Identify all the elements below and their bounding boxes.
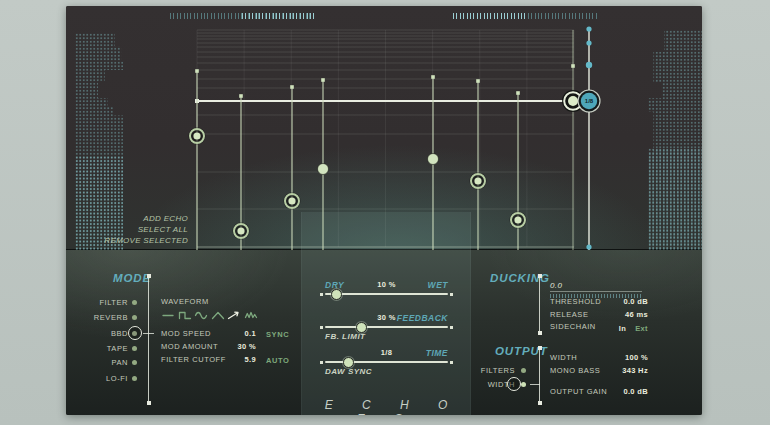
output-dot-icon <box>521 382 526 387</box>
mode-item-lofi[interactable]: LO-FI <box>72 372 150 384</box>
mono-bass-row[interactable]: MONO BASS 343 Hz <box>550 366 648 376</box>
waveform-label: WAVEFORM <box>161 297 209 306</box>
select-all-button[interactable]: SELECT ALL <box>84 224 188 235</box>
waveform-ramp-icon[interactable] <box>227 308 241 321</box>
add-echo-button[interactable]: ADD ECHO <box>84 213 188 224</box>
dry-wet-labels: DRY 10 % WET <box>325 280 448 290</box>
ducking-meter-value: 0.0 <box>550 281 562 290</box>
mode-dot-icon <box>132 300 137 305</box>
waveform-random-icon[interactable] <box>244 308 258 321</box>
mode-item-label: PAN <box>72 358 128 367</box>
width-value[interactable]: 100 % <box>625 353 648 363</box>
timeline-dot[interactable] <box>586 244 591 249</box>
mono-bass-value[interactable]: 343 Hz <box>622 366 648 376</box>
waveform-flat-icon[interactable] <box>161 308 175 321</box>
sidechain-row: SIDECHAIN In Ext <box>550 322 648 332</box>
filter-cutoff-row[interactable]: FILTER CUTOFF 5.9 <box>161 355 256 365</box>
mode-item-label: BBD <box>72 329 128 338</box>
daw-sync-label[interactable]: DAW SYNC <box>325 367 372 376</box>
echo-top-dot[interactable] <box>516 91 520 95</box>
timeline-dot[interactable] <box>586 26 591 31</box>
echo-handle-center[interactable] <box>193 132 200 139</box>
mode-item-label: LO-FI <box>72 374 128 383</box>
mod-speed-sync-tag[interactable]: SYNC <box>266 330 289 339</box>
mod-amount-row[interactable]: MOD AMOUNT 30 % <box>161 342 256 352</box>
echo-handle-center[interactable] <box>514 216 521 223</box>
output-toggle-filters[interactable]: FILTERS <box>461 364 529 376</box>
output-connector-line <box>530 384 540 385</box>
sidechain-options: In Ext <box>619 321 648 334</box>
wet-label[interactable]: WET <box>428 280 448 290</box>
filter-cutoff-label: FILTER CUTOFF <box>161 355 226 365</box>
mode-item-label: TAPE <box>72 344 128 353</box>
echo-handle-center[interactable] <box>288 197 295 204</box>
mode-item-label: REVERB <box>72 313 128 322</box>
mod-amount-value[interactable]: 30 % <box>238 342 257 352</box>
mod-amount-label: MOD AMOUNT <box>161 342 218 352</box>
feedback-label[interactable]: FEEDBACK <box>397 313 448 323</box>
filter-cutoff-value[interactable]: 5.9 <box>245 355 256 365</box>
mode-item-label: FILTER <box>72 298 128 307</box>
time-badge-text: 1/8 <box>585 98 594 104</box>
mode-item-filter[interactable]: FILTER <box>72 296 150 308</box>
echo-handle-center[interactable] <box>474 177 481 184</box>
timeline-dot[interactable] <box>586 62 592 68</box>
mode-connector-line <box>143 333 154 334</box>
mode-dot-icon <box>132 360 137 365</box>
width-row[interactable]: WIDTH 100 % <box>550 353 648 363</box>
time-labels: 1/8 TIME <box>325 348 448 358</box>
mod-speed-row[interactable]: MOD SPEED 0.1 <box>161 329 256 339</box>
level-handle-center[interactable] <box>568 96 578 106</box>
release-label: RELEASE <box>550 310 588 320</box>
feedback-knob[interactable] <box>356 322 367 333</box>
feedback-slider[interactable] <box>325 326 448 328</box>
mode-selected-ring <box>128 326 142 340</box>
echo-top-dot[interactable] <box>476 79 480 83</box>
mode-item-reverb[interactable]: REVERB <box>72 311 150 323</box>
sidechain-in-option[interactable]: In <box>619 324 626 333</box>
filter-cutoff-auto-tag[interactable]: AUTO <box>266 356 290 365</box>
remove-selected-button[interactable]: REMOVE SELECTED <box>84 235 188 246</box>
time-slider[interactable] <box>325 361 448 363</box>
output-gain-value[interactable]: 0.0 dB <box>623 387 648 397</box>
fb-limit-label[interactable]: FB. LIMIT <box>325 332 366 341</box>
echoes-logo: E C H O E S <box>298 398 474 415</box>
echo-top-dot[interactable] <box>239 94 243 98</box>
threshold-value[interactable]: 0.0 dB <box>623 297 648 307</box>
waveform-triangle-icon[interactable] <box>211 308 225 321</box>
mod-speed-label: MOD SPEED <box>161 329 211 339</box>
echo-top-dot[interactable] <box>290 85 294 89</box>
output-toggle-width[interactable]: WIDTH <box>461 378 529 390</box>
dry-wet-slider[interactable] <box>325 293 448 295</box>
echo-handle-center[interactable] <box>237 227 244 234</box>
edge-top-dot[interactable] <box>571 64 575 68</box>
dry-wet-knob[interactable] <box>331 289 342 300</box>
waveform-selector <box>161 308 258 321</box>
output-selected-ring <box>507 377 521 391</box>
mode-item-tape[interactable]: TAPE <box>72 342 150 354</box>
echo-top-dot[interactable] <box>431 75 435 79</box>
mode-item-bbd[interactable]: BBD <box>72 327 150 339</box>
waveform-sine-icon[interactable] <box>194 308 208 321</box>
desktop-background: 1/8 ADD ECHO SELECT ALL REMOVE SELECTED … <box>0 0 770 425</box>
waveform-square-icon[interactable] <box>178 308 192 321</box>
echo-handle[interactable] <box>428 154 439 165</box>
time-label[interactable]: TIME <box>426 348 448 358</box>
mono-bass-label: MONO BASS <box>550 366 600 376</box>
echo-top-dot[interactable] <box>195 69 199 73</box>
threshold-row[interactable]: THRESHOLD 0.0 dB <box>550 297 648 307</box>
timeline-dot[interactable] <box>586 40 591 45</box>
echo-handle[interactable] <box>318 164 329 175</box>
echo-top-dot[interactable] <box>321 78 325 82</box>
time-knob[interactable] <box>343 357 354 368</box>
mod-speed-value[interactable]: 0.1 <box>245 329 256 339</box>
output-separator <box>539 348 540 403</box>
output-toggle-label: FILTERS <box>461 366 515 375</box>
mode-dot-icon <box>132 315 137 320</box>
mode-dot-icon <box>132 346 137 351</box>
mode-item-pan[interactable]: PAN <box>72 356 150 368</box>
output-dot-icon <box>521 368 526 373</box>
sidechain-ext-option[interactable]: Ext <box>635 324 648 333</box>
graph-context-menu: ADD ECHO SELECT ALL REMOVE SELECTED <box>84 213 188 246</box>
output-gain-row[interactable]: OUTPUT GAIN 0.0 dB <box>550 387 648 397</box>
